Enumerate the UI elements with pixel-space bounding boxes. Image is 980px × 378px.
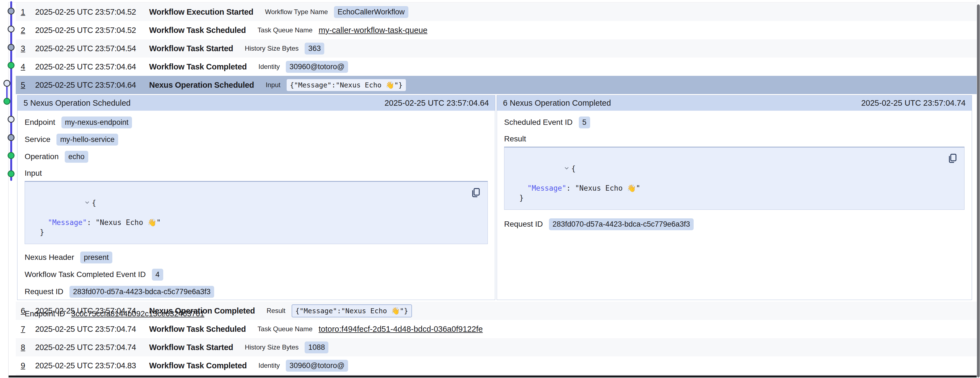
event-attr-value-badge: 1088 (305, 341, 328, 353)
event-id-link[interactable]: 7 (21, 325, 35, 334)
json-colon: : (87, 219, 95, 226)
event-payload-chip: {"Message":"Nexus Echo 👋"} (286, 79, 406, 91)
input-payload-viewer: { "Message": "Nexus Echo 👋" } (25, 181, 488, 244)
event-timestamp: 2025-02-25 UTC 23:57:04.64 (35, 81, 149, 90)
detail-panel-header[interactable]: 5 Nexus Operation Scheduled 2025-02-25 U… (18, 96, 495, 111)
field-endpoint: Endpoint my-nexus-endpoint (25, 116, 488, 128)
json-value: "Nexus Echo 👋" (95, 219, 161, 226)
detail-panel-title: 6 Nexus Operation Completed (503, 99, 611, 108)
event-id-link[interactable]: 5 (21, 81, 35, 90)
field-label: Request ID (504, 220, 543, 228)
task-queue-link[interactable]: totoro:f494fecf-2d51-4d48-bdcd-036a0f912… (319, 325, 483, 334)
event-id-link[interactable]: 6 (21, 306, 35, 316)
top-divider (8, 2, 977, 3)
event-row-5-selected[interactable]: 5 2025-02-25 UTC 23:57:04.64 Nexus Opera… (16, 76, 977, 94)
timeline-event-dot-1[interactable] (8, 8, 14, 14)
event-attr-label: History Size Bytes (245, 343, 299, 351)
event-attr-label: History Size Bytes (245, 45, 299, 52)
timeline-event-dot-4[interactable] (8, 62, 14, 69)
detail-panel-timestamp: 2025-02-25 UTC 23:57:04.64 (385, 99, 489, 108)
json-colon: : (566, 184, 575, 192)
copy-icon[interactable] (470, 187, 481, 198)
input-label: Input (25, 168, 488, 178)
event-name: Workflow Task Completed (149, 361, 247, 370)
event-attr-label: Result (266, 307, 285, 315)
timeline-event-dot-5[interactable] (4, 80, 10, 86)
chevron-down-icon[interactable] (563, 164, 571, 174)
json-close-brace: } (519, 194, 524, 202)
event-row-8[interactable]: 8 2025-02-25 UTC 23:57:04.74 Workflow Ta… (16, 338, 977, 356)
detail-panel-nexus-operation-scheduled: 5 Nexus Operation Scheduled 2025-02-25 U… (17, 95, 495, 300)
event-row-2[interactable]: 2 2025-02-25 UTC 23:57:04.52 Workflow Ta… (16, 21, 977, 39)
event-name: Nexus Operation Completed (149, 306, 255, 316)
json-value: "Nexus Echo 👋" (575, 184, 640, 192)
event-row-3[interactable]: 3 2025-02-25 UTC 23:57:04.54 Workflow Ta… (16, 39, 977, 57)
field-label: Request ID (25, 287, 64, 296)
field-value-badge: 283fd070-d57a-4423-bdca-c5c779e6a3f3 (549, 219, 694, 230)
field-label: Endpoint (25, 118, 55, 127)
detail-panel-body: Endpoint my-nexus-endpoint Service my-he… (18, 111, 495, 320)
event-timestamp: 2025-02-25 UTC 23:57:04.52 (35, 8, 149, 17)
field-value-badge: my-nexus-endpoint (61, 116, 132, 128)
timeline-event-dot-9[interactable] (8, 153, 14, 159)
event-row-4[interactable]: 4 2025-02-25 UTC 23:57:04.64 Workflow Ta… (16, 57, 977, 76)
event-attr-label: Identity (258, 362, 280, 369)
event-attr-value-badge: 363 (305, 43, 324, 54)
timeline-event-dot-6[interactable] (4, 98, 10, 104)
timeline-event-dot-3[interactable] (8, 44, 14, 50)
detail-panel-body: Scheduled Event ID 5 Result { "Message":… (497, 111, 972, 230)
task-queue-link[interactable]: my-caller-workflow-task-queue (319, 26, 428, 35)
field-scheduled-event-id: Scheduled Event ID 5 (504, 116, 964, 128)
result-label: Result (504, 134, 964, 144)
event-attr-label: Identity (258, 63, 280, 70)
field-nexus-header: Nexus Header present (25, 251, 488, 263)
field-service: Service my-hello-service (25, 133, 488, 145)
event-id-link[interactable]: 4 (21, 62, 35, 72)
field-label: Operation (25, 152, 59, 161)
scrollbar-thumb[interactable] (977, 5, 980, 378)
timeline-event-dot-10[interactable] (8, 171, 14, 177)
event-name: Workflow Task Scheduled (149, 325, 246, 334)
event-detail-panels: 5 Nexus Operation Scheduled 2025-02-25 U… (17, 95, 977, 300)
timeline-event-dot-8[interactable] (8, 134, 14, 140)
event-attr-label: Workflow Type Name (265, 8, 328, 16)
event-timestamp: 2025-02-25 UTC 23:57:04.52 (35, 26, 149, 35)
scrollbar-track[interactable] (977, 0, 980, 378)
event-payload-chip: {"Message":"Nexus Echo 👋"} (292, 305, 412, 317)
detail-panel-header[interactable]: 6 Nexus Operation Completed 2025-02-25 U… (497, 96, 972, 111)
detail-panel-nexus-operation-completed: 6 Nexus Operation Completed 2025-02-25 U… (496, 95, 972, 300)
event-name: Workflow Task Started (149, 44, 233, 53)
event-name: Nexus Operation Scheduled (149, 81, 254, 90)
event-row-9[interactable]: 9 2025-02-25 UTC 23:57:04.83 Workflow Ta… (16, 356, 977, 375)
event-id-link[interactable]: 1 (21, 8, 35, 17)
event-id-link[interactable]: 2 (21, 26, 35, 35)
field-label: Service (25, 135, 50, 144)
event-name: Workflow Execution Started (149, 8, 253, 17)
field-value-badge: my-hello-service (56, 134, 118, 145)
bottom-edge-bar (9, 375, 977, 378)
event-row-7[interactable]: 7 2025-02-25 UTC 23:57:04.74 Workflow Ta… (16, 320, 977, 338)
event-attr-value-badge: 30960@totoro@ (286, 61, 348, 73)
event-timestamp: 2025-02-25 UTC 23:57:04.74 (35, 325, 149, 334)
event-timestamp: 2025-02-25 UTC 23:57:04.83 (35, 361, 149, 370)
json-close-brace: } (40, 228, 44, 236)
field-workflow-task-completed-event-id: Workflow Task Completed Event ID 4 (25, 268, 488, 281)
event-attr-value-badge: 30960@totoro@ (286, 360, 348, 372)
timeline-event-dot-2[interactable] (8, 26, 14, 32)
field-label: Workflow Task Completed Event ID (25, 270, 146, 279)
event-id-link[interactable]: 8 (21, 343, 35, 352)
event-id-link[interactable]: 3 (21, 44, 35, 53)
field-value-badge: present (80, 252, 112, 263)
event-name: Workflow Task Completed (149, 62, 247, 72)
copy-icon[interactable] (947, 153, 958, 164)
event-name: Workflow Task Scheduled (149, 26, 246, 35)
event-history-list: 1 2025-02-25 UTC 23:57:04.52 Workflow Ex… (16, 3, 977, 375)
field-request-id: Request ID 283fd070-d57a-4423-bdca-c5c77… (25, 285, 488, 298)
timeline-event-dot-7[interactable] (8, 116, 14, 122)
event-row-1[interactable]: 1 2025-02-25 UTC 23:57:04.52 Workflow Ex… (16, 3, 977, 21)
json-open-brace: { (92, 199, 96, 207)
chevron-down-icon[interactable] (84, 198, 92, 208)
json-open-brace: { (571, 164, 576, 173)
event-id-link[interactable]: 9 (21, 361, 35, 370)
event-timeline-graph (0, 0, 19, 194)
